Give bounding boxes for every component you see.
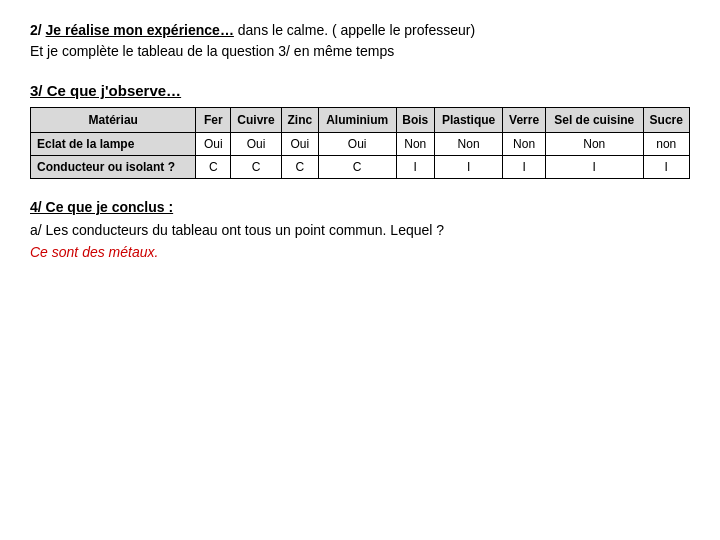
col-header-cuivre: Cuivre: [231, 108, 282, 133]
conclusion-section: 4/ Ce que je conclus : a/ Les conducteur…: [30, 199, 690, 264]
table-row: Conducteur ou isolant ? C C C C I I I I …: [31, 156, 690, 179]
col-header-sel: Sel de cuisine: [545, 108, 643, 133]
section-number: 2/: [30, 22, 42, 38]
col-header-bois: Bois: [396, 108, 434, 133]
conclusion-line2: Ce sont des métaux.: [30, 241, 690, 263]
section-rest: dans le calme. ( appelle le professeur): [238, 22, 475, 38]
cell-cond-zinc: C: [281, 156, 318, 179]
cell-cond-fer: C: [196, 156, 231, 179]
col-header-materiau: Matériau: [31, 108, 196, 133]
observe-title: 3/ Ce que j'observe…: [30, 82, 690, 99]
observe-section: 3/ Ce que j'observe…: [30, 82, 690, 99]
cell-eclat-verre: Non: [503, 133, 546, 156]
row-label-eclat: Eclat de la lampe: [31, 133, 196, 156]
col-header-aluminium: Aluminium: [318, 108, 396, 133]
cell-eclat-cuivre: Oui: [231, 133, 282, 156]
cell-eclat-sel: Non: [545, 133, 643, 156]
col-header-sucre: Sucre: [643, 108, 689, 133]
col-header-verre: Verre: [503, 108, 546, 133]
cell-cond-verre: I: [503, 156, 546, 179]
col-header-zinc: Zinc: [281, 108, 318, 133]
cell-cond-aluminium: C: [318, 156, 396, 179]
conclusion-title: 4/ Ce que je conclus :: [30, 199, 690, 215]
cell-eclat-plastique: Non: [434, 133, 502, 156]
table-row: Eclat de la lampe Oui Oui Oui Oui Non No…: [31, 133, 690, 156]
cell-cond-sel: I: [545, 156, 643, 179]
cell-eclat-sucre: non: [643, 133, 689, 156]
intro-paragraph: 2/ Je réalise mon expérience… dans le ca…: [30, 20, 690, 62]
second-line: Et je complète le tableau de la question…: [30, 43, 394, 59]
cell-eclat-fer: Oui: [196, 133, 231, 156]
section-title: Je réalise mon expérience…: [46, 22, 234, 38]
table-header-row: Matériau Fer Cuivre Zinc Aluminium Bois …: [31, 108, 690, 133]
observation-table: Matériau Fer Cuivre Zinc Aluminium Bois …: [30, 107, 690, 179]
intro-section: 2/ Je réalise mon expérience… dans le ca…: [30, 20, 690, 62]
cell-cond-sucre: I: [643, 156, 689, 179]
col-header-plastique: Plastique: [434, 108, 502, 133]
cell-cond-cuivre: C: [231, 156, 282, 179]
cell-eclat-bois: Non: [396, 133, 434, 156]
cell-eclat-zinc: Oui: [281, 133, 318, 156]
conclusion-line1: a/ Les conducteurs du tableau ont tous u…: [30, 219, 690, 241]
cell-cond-bois: I: [396, 156, 434, 179]
cell-cond-plastique: I: [434, 156, 502, 179]
row-label-conducteur: Conducteur ou isolant ?: [31, 156, 196, 179]
cell-eclat-aluminium: Oui: [318, 133, 396, 156]
col-header-fer: Fer: [196, 108, 231, 133]
